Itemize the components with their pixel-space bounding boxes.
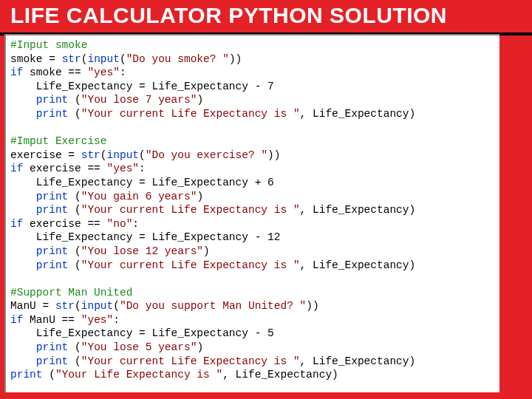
code-line: smoke = str(input("Do you smoke? ")) [10, 53, 242, 65]
code-line: Life_Expectancy = Life_Expectancy - 12 [10, 231, 280, 243]
code-line: print ("Your Life Expectancy is ", Life_… [10, 369, 338, 381]
code-line: ManU = str(input("Do you support Man Uni… [10, 300, 319, 312]
code-line: Life_Expectancy = Life_Expectancy - 5 [10, 327, 274, 339]
code-line: print ("Your current Life Expectancy is … [10, 204, 415, 216]
code-line: print ("You lose 12 years") [10, 245, 210, 257]
slide: LIFE CALCULATOR PYTHON SOLUTION #Input s… [0, 0, 532, 399]
code-line: #Imput Exercise [10, 135, 107, 147]
code-line: if ManU == "yes": [10, 314, 120, 326]
code-line: exercise = str(input("Do you exercise? "… [10, 149, 280, 161]
code-line: print ("Your current Life Expectancy is … [10, 108, 415, 120]
code-line: print ("You lose 5 years") [10, 341, 203, 353]
code-line: if exercise == "no": [10, 218, 139, 230]
code-line: print ("Your current Life Expectancy is … [10, 259, 415, 271]
python-code: #Input smoke smoke = str(input("Do you s… [10, 38, 495, 382]
code-line: Life_Expectancy = Life_Expectancy + 6 [10, 177, 274, 188]
code-line: print ("Your current Life Expectancy is … [10, 355, 415, 367]
slide-title: LIFE CALCULATOR PYTHON SOLUTION [0, 0, 532, 35]
code-line: print ("You gain 6 years") [10, 191, 203, 202]
code-line: #Support Man United [10, 287, 132, 299]
code-line: #Input smoke [10, 39, 87, 51]
code-line: if exercise == "yes": [10, 163, 146, 174]
code-line: print ("You lose 7 years") [10, 94, 203, 106]
code-block: #Input smoke smoke = str(input("Do you s… [4, 34, 499, 392]
code-line: if smoke == "yes": [10, 66, 126, 78]
code-line: Life_Expectancy = Life_Expectancy - 7 [10, 81, 274, 92]
